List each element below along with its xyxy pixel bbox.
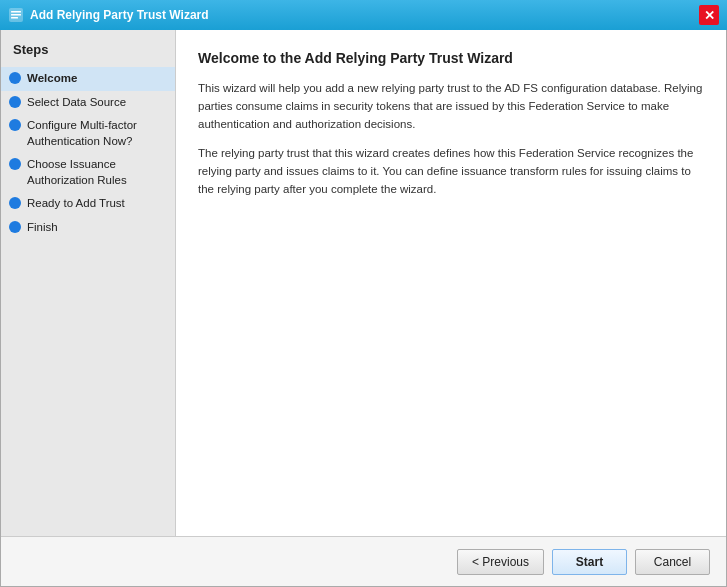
steps-heading: Steps <box>1 42 175 67</box>
step-label-ready-to-add: Ready to Add Trust <box>27 196 125 212</box>
step-label-choose-issuance: Choose IssuanceAuthorization Rules <box>27 157 127 188</box>
sidebar-item-configure-multifactor[interactable]: Configure Multi-factorAuthentication Now… <box>1 114 175 153</box>
wizard-icon <box>8 7 24 23</box>
step-dot-finish <box>9 221 21 233</box>
panel-title: Welcome to the Add Relying Party Trust W… <box>198 50 704 66</box>
svg-rect-2 <box>11 14 21 16</box>
wizard-window: Steps Welcome Select Data Source Configu… <box>0 30 727 587</box>
step-label-welcome: Welcome <box>27 71 77 87</box>
wizard-content: Steps Welcome Select Data Source Configu… <box>1 30 726 536</box>
step-label-configure-multifactor: Configure Multi-factorAuthentication Now… <box>27 118 137 149</box>
sidebar-item-select-data-source[interactable]: Select Data Source <box>1 91 175 115</box>
window-title: Add Relying Party Trust Wizard <box>30 8 209 22</box>
sidebar-item-welcome[interactable]: Welcome <box>1 67 175 91</box>
wizard-footer: < Previous Start Cancel <box>1 536 726 586</box>
svg-rect-3 <box>11 17 18 19</box>
svg-rect-1 <box>11 11 21 13</box>
close-button[interactable]: ✕ <box>699 5 719 25</box>
step-dot-welcome <box>9 72 21 84</box>
previous-button[interactable]: < Previous <box>457 549 544 575</box>
step-label-select-data-source: Select Data Source <box>27 95 126 111</box>
step-dot-choose-issuance <box>9 158 21 170</box>
panel-paragraph-1: This wizard will help you add a new rely… <box>198 80 704 133</box>
step-dot-configure-multifactor <box>9 119 21 131</box>
step-dot-select-data-source <box>9 96 21 108</box>
sidebar-item-ready-to-add[interactable]: Ready to Add Trust <box>1 192 175 216</box>
cancel-button[interactable]: Cancel <box>635 549 710 575</box>
steps-sidebar: Steps Welcome Select Data Source Configu… <box>1 30 176 536</box>
title-bar: Add Relying Party Trust Wizard ✕ <box>0 0 727 30</box>
start-button[interactable]: Start <box>552 549 627 575</box>
step-dot-ready-to-add <box>9 197 21 209</box>
sidebar-item-choose-issuance[interactable]: Choose IssuanceAuthorization Rules <box>1 153 175 192</box>
panel-paragraph-2: The relying party trust that this wizard… <box>198 145 704 198</box>
main-content-panel: Welcome to the Add Relying Party Trust W… <box>176 30 726 536</box>
step-label-finish: Finish <box>27 220 58 236</box>
panel-body: This wizard will help you add a new rely… <box>198 80 704 211</box>
sidebar-item-finish[interactable]: Finish <box>1 216 175 240</box>
title-bar-left: Add Relying Party Trust Wizard <box>8 7 209 23</box>
